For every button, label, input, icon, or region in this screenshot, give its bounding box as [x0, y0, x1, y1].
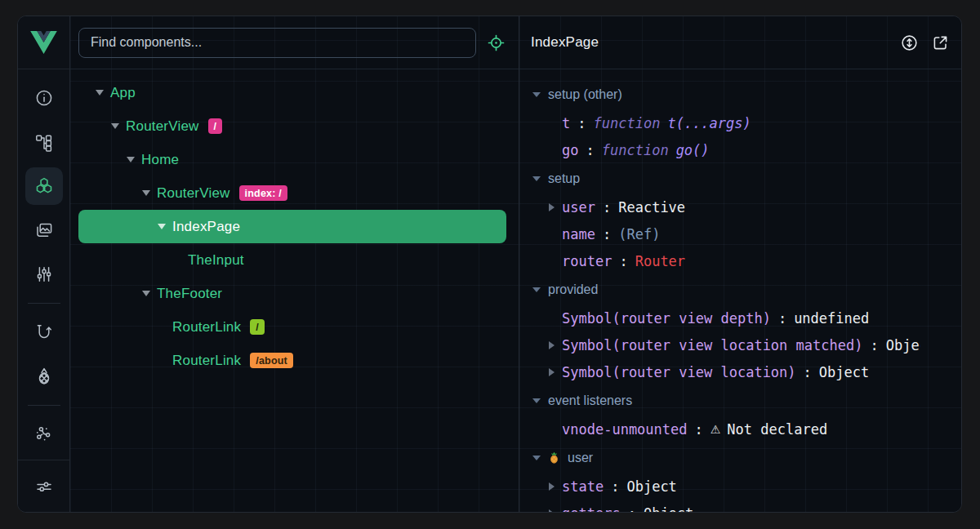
tree-panel-header — [70, 16, 519, 69]
scroll-to-component-icon — [900, 33, 919, 52]
property-key: getters — [562, 505, 621, 513]
caret-right-icon[interactable] — [549, 509, 562, 513]
section-header[interactable]: setup — [519, 163, 961, 193]
inspector-row[interactable]: state:Object — [519, 473, 961, 500]
sidebar-divider — [28, 405, 60, 406]
inspector-row: Symbol(router view depth):undefined — [519, 305, 961, 331]
locate-target-icon — [487, 33, 506, 52]
caret-down-icon[interactable] — [126, 157, 136, 162]
sidebar-divider — [28, 303, 60, 304]
vue-devtools-app: AppRouterView/HomeRouterViewindex: /Inde… — [17, 16, 962, 513]
caret-down-icon[interactable] — [532, 398, 541, 403]
colon: : — [570, 115, 593, 131]
caret-down-icon[interactable] — [532, 176, 541, 181]
inspector-row[interactable]: Symbol(router view location matched):Obj… — [519, 331, 961, 358]
caret-down-icon[interactable] — [157, 224, 167, 229]
property-key: Symbol(router view depth) — [562, 310, 771, 327]
colon: : — [688, 421, 710, 438]
scroll-to-component-button[interactable] — [900, 33, 919, 52]
inspector-body: setup (other)t:functiont(...args)go:func… — [519, 69, 961, 512]
tree-row[interactable]: RouterLink/about — [78, 344, 506, 377]
colon: : — [595, 199, 618, 216]
caret-down-icon[interactable] — [95, 90, 105, 96]
inspector-row[interactable]: getters:Object — [519, 500, 961, 512]
colon: : — [595, 226, 618, 242]
section-header[interactable]: provided — [519, 274, 961, 305]
colon: : — [612, 253, 635, 269]
section-label: provided — [548, 282, 598, 297]
inspector-row[interactable]: Symbol(router view location):Object — [519, 358, 961, 385]
property-key: vnode-unmounted — [562, 421, 688, 438]
route-badge: /about — [250, 353, 293, 368]
open-in-editor-button[interactable] — [931, 33, 950, 52]
vue-logo — [18, 16, 69, 69]
component-name: App — [110, 85, 136, 101]
colon: : — [771, 310, 794, 327]
section-header[interactable]: setup (other) — [519, 79, 961, 109]
caret-down-icon[interactable] — [110, 123, 120, 129]
section-label: user — [568, 451, 593, 465]
colon: : — [604, 478, 626, 495]
component-tree: AppRouterView/HomeRouterViewindex: /Inde… — [70, 69, 519, 512]
section-label: setup (other) — [548, 87, 622, 102]
tree-row[interactable]: Home — [78, 143, 506, 176]
assets-images-icon[interactable] — [25, 211, 63, 249]
component-hierarchy-icon[interactable] — [25, 123, 63, 161]
caret-right-icon[interactable] — [549, 341, 562, 349]
property-value: Not declared — [727, 421, 827, 438]
function-signature: t(...args) — [667, 115, 751, 131]
component-name: RouterLink — [172, 319, 241, 336]
component-name: IndexPage — [172, 219, 240, 235]
property-value: undefined — [794, 310, 869, 327]
caret-down-icon[interactable] — [532, 92, 541, 97]
tree-row[interactable]: RouterLink/ — [78, 310, 506, 344]
components-hexagons-icon[interactable] — [25, 167, 63, 205]
property-key: go — [562, 142, 578, 158]
caret-right-icon[interactable] — [549, 203, 562, 211]
route-badge: / — [250, 319, 265, 335]
tree-row[interactable]: TheFooter — [78, 277, 506, 310]
settings-sliders-icon[interactable] — [25, 468, 63, 505]
component-name: TheFooter — [157, 286, 222, 302]
component-name: RouterView — [157, 185, 230, 202]
route-badge: / — [208, 118, 223, 134]
inspector-row: go:functiongo() — [519, 136, 961, 163]
property-key: name — [562, 226, 595, 242]
section-header[interactable]: event listeners — [519, 385, 961, 416]
tree-row[interactable]: RouterViewindex: / — [78, 176, 506, 210]
info-icon[interactable] — [25, 79, 63, 117]
inspector-row: vnode-unmounted:⚠Not declared — [519, 416, 961, 442]
locate-target-button[interactable] — [487, 33, 506, 52]
sidebar-bottom — [18, 460, 69, 512]
pinia-pineapple-icon[interactable] — [25, 358, 63, 395]
inspector-row: name:(Ref) — [519, 220, 961, 247]
property-key: router — [562, 253, 612, 269]
tree-row[interactable]: RouterView/ — [78, 109, 506, 143]
caret-down-icon[interactable] — [532, 287, 541, 292]
property-key: Symbol(router view location) — [562, 364, 796, 380]
search-input[interactable] — [78, 28, 476, 58]
section-label: event listeners — [548, 393, 632, 408]
property-value: Object — [886, 337, 920, 353]
property-value: Reactive — [618, 199, 685, 216]
caret-right-icon[interactable] — [549, 482, 562, 491]
inspector-actions — [900, 33, 950, 52]
tree-row[interactable]: IndexPage — [78, 210, 506, 243]
hook-arrow-icon[interactable] — [25, 313, 63, 351]
caret-right-icon[interactable] — [549, 368, 562, 376]
inspected-component-title: IndexPage — [531, 34, 599, 51]
component-name: RouterLink — [172, 353, 241, 369]
section-label: setup — [548, 171, 580, 186]
component-name: Home — [141, 152, 179, 168]
graph-nodes-icon[interactable] — [25, 416, 63, 453]
section-header[interactable]: user — [519, 442, 961, 473]
inspector-row[interactable]: user:Reactive — [519, 193, 961, 220]
caret-down-icon[interactable] — [532, 456, 541, 460]
caret-down-icon[interactable] — [141, 291, 151, 296]
warning-icon: ⚠ — [710, 423, 721, 436]
tree-row[interactable]: TheInput — [78, 243, 506, 277]
tree-row[interactable]: App — [78, 76, 506, 109]
caret-down-icon[interactable] — [141, 190, 151, 196]
open-in-editor-icon — [931, 33, 950, 52]
vertical-sliders-icon[interactable] — [25, 256, 63, 293]
